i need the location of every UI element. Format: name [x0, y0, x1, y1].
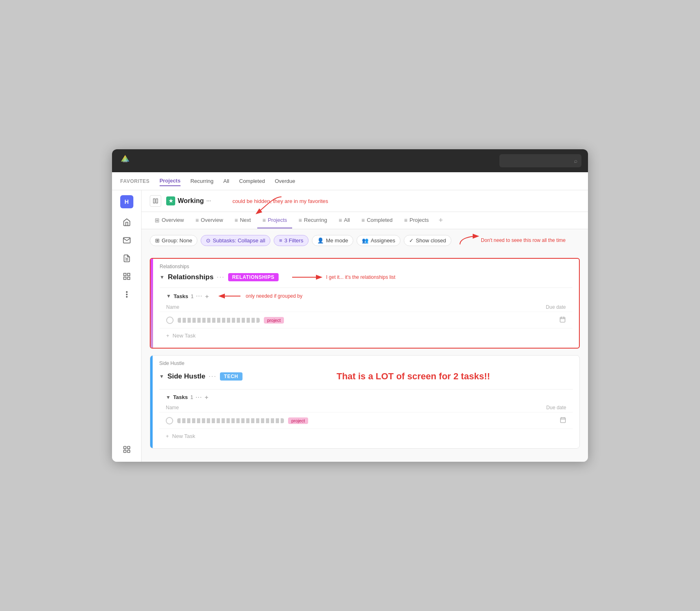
- task-checkbox[interactable]: [166, 317, 174, 324]
- tasks-menu[interactable]: ···: [196, 293, 203, 299]
- sidebar-item-inbox[interactable]: [119, 233, 134, 248]
- sidebar-item-home[interactable]: [119, 215, 134, 230]
- side-hustle-tasks-count: 1: [190, 394, 193, 400]
- layout-toggle[interactable]: [150, 195, 161, 207]
- side-hustle-title: Side Hustle: [167, 372, 206, 381]
- sidebar-item-docs[interactable]: [119, 251, 134, 266]
- svg-rect-5: [124, 277, 126, 280]
- side-hustle-card-body: Side Hustle ▼ Side Hustle ··· TECH That …: [153, 356, 579, 448]
- show-closed-icon: ✓: [409, 237, 414, 244]
- tab-next[interactable]: ≡ Next: [230, 213, 256, 228]
- task-due-icon: [559, 316, 566, 324]
- svg-point-7: [126, 294, 127, 295]
- tasks-count: 1: [191, 293, 194, 299]
- tab-all[interactable]: ≡ All: [334, 213, 355, 228]
- new-task-plus: +: [166, 333, 169, 339]
- tab-icon-overview2: ≡: [195, 217, 199, 223]
- tab-add-button[interactable]: +: [435, 212, 446, 229]
- filters-chip-icon: ≡: [279, 237, 282, 244]
- main-layout: H: [112, 190, 588, 462]
- tab-overview2[interactable]: ≡ Overview: [190, 213, 228, 228]
- sidebar-item-charts[interactable]: [119, 269, 134, 284]
- favbar-item-completed[interactable]: Completed: [239, 176, 265, 186]
- side-hustle-tasks-add[interactable]: +: [205, 394, 208, 401]
- relationships-menu[interactable]: ···: [217, 274, 224, 281]
- tab-completed[interactable]: ≡ Completed: [357, 213, 398, 228]
- tab-recurring[interactable]: ≡ Recurring: [294, 213, 332, 228]
- relationships-column-headers: Name Due date: [160, 303, 572, 312]
- me-mode-icon: 👤: [317, 237, 324, 244]
- side-hustle-chevron[interactable]: ▼: [159, 374, 164, 379]
- annotation-top: could be hidden, they are in my favorite…: [232, 197, 328, 205]
- workspace-icon: ★: [166, 196, 175, 205]
- assignees-filter[interactable]: 👥 Assignees: [357, 235, 400, 246]
- me-mode-filter[interactable]: 👤 Me mode: [312, 235, 353, 246]
- favorites-label: FAVORITES: [120, 178, 150, 184]
- side-hustle-menu[interactable]: ···: [208, 373, 216, 380]
- favbar-item-recurring[interactable]: Recurring: [190, 176, 213, 186]
- tab-icon-all: ≡: [339, 217, 342, 223]
- side-hustle-project-wrapper: Side Hustle ▼ Side Hustle ··· TECH That …: [150, 355, 580, 449]
- svg-point-6: [126, 292, 127, 293]
- side-hustle-new-task[interactable]: + New Task: [159, 429, 573, 443]
- search-bar[interactable]: ⌕: [499, 154, 581, 167]
- side-hustle-col-due: Due date: [546, 405, 566, 410]
- side-hustle-task-tag: project: [288, 417, 308, 424]
- relationships-chevron[interactable]: ▼: [160, 274, 165, 280]
- sidebar-item-more[interactable]: [119, 287, 134, 302]
- relationships-project-wrapper: Relationships ▼ Relationships ··· RELATI…: [150, 258, 580, 349]
- workspace-menu[interactable]: ···: [206, 198, 211, 204]
- favorites-bar: FAVORITES Projects Recurring All Complet…: [112, 172, 588, 190]
- group-filter[interactable]: ⊞ Group: None: [150, 235, 197, 246]
- filters-chip[interactable]: ≡ 3 Filters: [274, 235, 309, 246]
- side-hustle-col-name: Name: [166, 405, 179, 410]
- tasks-add-button[interactable]: +: [205, 293, 209, 300]
- svg-rect-15: [560, 317, 565, 322]
- svg-rect-9: [124, 447, 126, 449]
- tab-icon-next: ≡: [235, 217, 238, 223]
- favbar-item-all[interactable]: All: [223, 176, 229, 186]
- tab-projects2[interactable]: ≡ Projects: [399, 213, 434, 228]
- main-content: Relationships ▼ Relationships ··· RELATI…: [142, 251, 588, 462]
- relationships-title: Relationships: [168, 273, 213, 281]
- side-hustle-tasks-header: ▼ Tasks 1 ··· +: [159, 390, 573, 403]
- subtasks-filter-icon: ⊙: [206, 237, 210, 244]
- sidebar-item-apps[interactable]: [119, 442, 134, 457]
- relationships-title-row: ▼ Relationships ··· RELATIONSHIPS: [160, 271, 572, 283]
- show-closed-filter[interactable]: ✓ Show closed: [404, 235, 451, 246]
- app-logo: [119, 153, 132, 168]
- table-row: project: [159, 413, 573, 429]
- tasks-chevron[interactable]: ▼: [166, 293, 171, 299]
- relationships-card-body: Relationships ▼ Relationships ··· RELATI…: [153, 259, 579, 348]
- side-hustle-task-checkbox[interactable]: [166, 417, 173, 424]
- relationships-card-inner: Relationships ▼ Relationships ··· RELATI…: [151, 259, 579, 348]
- subtasks-filter[interactable]: ⊙ Subtasks: Collapse all: [201, 235, 270, 246]
- side-hustle-card-inner: Side Hustle ▼ Side Hustle ··· TECH That …: [150, 356, 579, 448]
- relationships-tasks-section: ▼ Tasks 1 ··· +: [160, 287, 572, 343]
- side-hustle-title-row: ▼ Side Hustle ··· TECH That is a LOT of …: [159, 368, 573, 385]
- side-hustle-tasks-menu[interactable]: ···: [196, 394, 202, 400]
- side-hustle-tasks-section: ▼ Tasks 1 ··· + Name Due date: [159, 389, 573, 443]
- group-filter-icon: ⊞: [155, 237, 160, 244]
- svg-rect-4: [127, 277, 130, 280]
- filter-bar: ⊞ Group: None ⊙ Subtasks: Collapse all ≡…: [142, 229, 588, 251]
- tasks-label: Tasks: [174, 293, 188, 299]
- favbar-item-projects[interactable]: Projects: [160, 176, 181, 186]
- svg-rect-10: [127, 447, 130, 449]
- workspace-title: ★ Working ···: [166, 196, 211, 205]
- side-hustle-project-card: Side Hustle ▼ Side Hustle ··· TECH That …: [150, 355, 580, 449]
- tab-icon-recurring: ≡: [299, 217, 302, 223]
- app-window: ⌕ FAVORITES Projects Recurring All Compl…: [112, 149, 588, 462]
- svg-rect-14: [156, 199, 158, 203]
- col-due: Due date: [546, 304, 566, 310]
- favbar-item-overdue[interactable]: Overdue: [275, 176, 295, 186]
- tab-overview1[interactable]: ⊞ Overview: [150, 213, 189, 228]
- relationships-header-label: Relationships: [160, 264, 572, 269]
- relationships-new-task[interactable]: + New Task: [160, 328, 572, 343]
- show-closed-annotation: Don't need to seee this row all the time: [458, 234, 565, 246]
- content-header: ★ Working ··· could be hidden, they are …: [142, 190, 588, 212]
- sidebar: H: [112, 190, 142, 462]
- search-icon: ⌕: [574, 157, 577, 164]
- side-hustle-tasks-chevron[interactable]: ▼: [166, 394, 171, 400]
- task-name-blurred: [178, 318, 260, 323]
